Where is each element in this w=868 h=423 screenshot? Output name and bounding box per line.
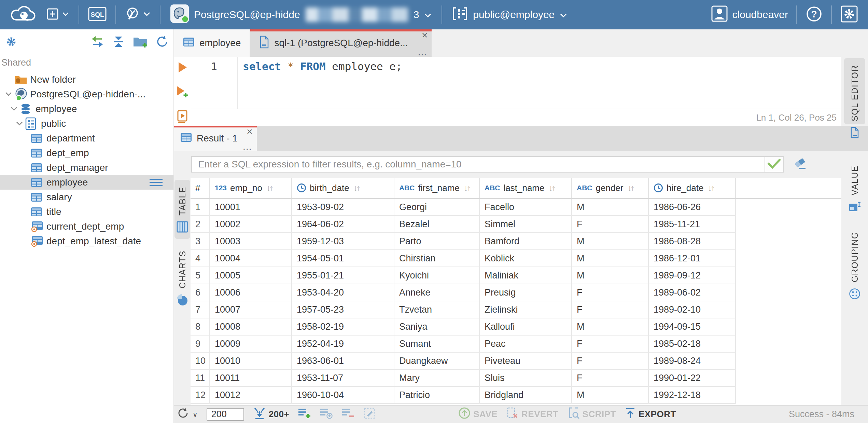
data-cell-hire_date[interactable]: 1986-06-26 (649, 199, 736, 216)
tree-item-employee[interactable]: employee (0, 101, 173, 116)
tab-sql-1[interactable]: sql-1 (PostgreSQL@ep-hidde... × … (250, 29, 432, 57)
data-cell-gender[interactable]: F (572, 353, 649, 370)
data-cell-emp_no[interactable]: 10009 (210, 336, 292, 353)
apply-filter-button[interactable] (765, 157, 783, 172)
data-cell-first_name[interactable]: Anneke (394, 284, 480, 301)
column-header-last_name[interactable]: ABClast_name↓↑ (480, 178, 572, 198)
sort-arrows-icon[interactable]: ↓↑ (266, 183, 272, 193)
data-cell-birth_date[interactable]: 1963-06-01 (292, 353, 394, 370)
add-row-button[interactable] (298, 407, 311, 421)
data-cell-birth_date[interactable]: 1960-10-04 (292, 387, 394, 404)
close-icon[interactable]: × (422, 30, 428, 40)
data-cell-emp_no[interactable]: 10002 (210, 216, 292, 233)
data-cell-first_name[interactable]: Saniya (394, 318, 480, 336)
data-cell-last_name[interactable]: Simmel (480, 216, 572, 233)
sql-editor-button[interactable]: SQL (83, 0, 112, 29)
data-cell-last_name[interactable]: Facello (480, 199, 572, 216)
script-button[interactable]: SCRIPT (568, 407, 616, 422)
data-cell-hire_date[interactable]: 1989-02-10 (649, 301, 736, 318)
collapse-all-button[interactable] (112, 36, 125, 49)
sort-arrows-icon[interactable]: ↓↑ (548, 183, 554, 193)
help-button[interactable]: ? (800, 0, 828, 29)
data-cell-hire_date[interactable]: 1986-08-28 (649, 233, 736, 250)
fetch-more-rows-button[interactable]: 200+ (253, 407, 290, 422)
data-cell-gender[interactable]: M (572, 233, 649, 250)
data-cell-last_name[interactable]: Zielinski (480, 301, 572, 318)
tree-item-new-folder[interactable]: New folder (0, 72, 173, 87)
tree-item-dept-emp[interactable]: dept_emp (0, 146, 173, 160)
data-cell-emp_no[interactable]: 10010 (210, 353, 292, 370)
column-header-gender[interactable]: ABCgender↓↑ (572, 178, 649, 198)
refresh-results-button[interactable]: ∨ (177, 408, 198, 421)
data-cell-birth_date[interactable]: 1958-02-19 (292, 318, 394, 336)
data-cell-first_name[interactable]: Tzvetan (394, 301, 480, 318)
tree-item-salary[interactable]: salary (0, 190, 173, 204)
data-cell-last_name[interactable]: Bridgland (480, 387, 572, 404)
data-cell-birth_date[interactable]: 1954-05-01 (292, 250, 394, 267)
data-cell-birth_date[interactable]: 1964-06-02 (292, 216, 394, 233)
data-cell-first_name[interactable]: Sumant (394, 336, 480, 353)
clear-filter-button[interactable] (793, 158, 807, 171)
data-cell-birth_date[interactable]: 1959-12-03 (292, 233, 394, 250)
data-cell-first_name[interactable]: Parto (394, 233, 480, 250)
tab-options-icon[interactable]: … (242, 142, 253, 151)
tree-item-title[interactable]: title (0, 204, 173, 219)
data-cell-emp_no[interactable]: 10011 (210, 370, 292, 387)
data-cell-gender[interactable]: M (572, 267, 649, 284)
tab-result-1[interactable]: Result - 1 × … (174, 126, 257, 151)
code-editor[interactable]: select * FROM employee e; (238, 57, 868, 109)
tree-item-dept-emp-latest-date[interactable]: dept_emp_latest_date (0, 234, 173, 248)
sidebar-settings-button[interactable] (5, 35, 18, 50)
user-menu[interactable]: cloudbeaver (706, 5, 793, 24)
data-cell-emp_no[interactable]: 10004 (210, 250, 292, 267)
data-cell-gender[interactable]: F (572, 216, 649, 233)
data-cell-emp_no[interactable]: 10006 (210, 284, 292, 301)
data-cell-birth_date[interactable]: 1955-01-21 (292, 267, 394, 284)
column-header-birth_date[interactable]: birth_date↓↑ (292, 178, 394, 198)
column-header-emp_no[interactable]: 123emp_no↓↑ (210, 178, 292, 198)
tab-grouping-panel[interactable]: GROUPING (844, 225, 865, 306)
data-cell-first_name[interactable]: Mary (394, 370, 480, 387)
sort-arrows-icon[interactable]: ↓↑ (627, 183, 633, 193)
row-limit-input[interactable] (207, 408, 244, 421)
chevron-down-icon[interactable] (3, 92, 14, 97)
data-cell-gender[interactable]: F (572, 301, 649, 318)
settings-button[interactable] (835, 0, 863, 29)
data-cell-emp_no[interactable]: 10005 (210, 267, 292, 284)
tree-item-current-dept-emp[interactable]: current_dept_emp (0, 219, 173, 234)
column-header-first_name[interactable]: ABCfirst_name↓↑ (394, 178, 480, 198)
refresh-tree-button[interactable] (156, 35, 169, 50)
item-menu-icon[interactable] (150, 178, 163, 189)
execute-query-button[interactable] (177, 62, 187, 74)
edit-mode-button[interactable] (364, 407, 376, 421)
tree-item-employee[interactable]: employee (0, 175, 173, 190)
data-cell-hire_date[interactable]: 1985-11-21 (649, 216, 736, 233)
sort-arrows-icon[interactable]: ↓↑ (353, 183, 359, 193)
tab-charts-view[interactable]: CHARTS (174, 244, 190, 312)
tree-item-dept-manager[interactable]: dept_manager (0, 160, 173, 175)
data-cell-gender[interactable]: M (572, 250, 649, 267)
data-cell-birth_date[interactable]: 1953-04-20 (292, 284, 394, 301)
data-cell-birth_date[interactable]: 1953-11-07 (292, 370, 394, 387)
tab-table-view[interactable]: TABLE (174, 180, 190, 239)
save-button[interactable]: SAVE (458, 407, 498, 422)
data-cell-gender[interactable]: F (572, 284, 649, 301)
tab-sql-editor-panel[interactable]: SQL EDITOR (844, 58, 865, 124)
delete-row-button[interactable] (342, 407, 355, 421)
tree-item-department[interactable]: department (0, 131, 173, 146)
data-cell-emp_no[interactable]: 10008 (210, 318, 292, 336)
data-cell-first_name[interactable]: Chirstian (394, 250, 480, 267)
data-cell-first_name[interactable]: Kyoichi (394, 267, 480, 284)
tab-options-icon[interactable]: … (417, 48, 428, 57)
data-cell-gender[interactable]: F (572, 370, 649, 387)
new-connection-button[interactable] (41, 0, 75, 29)
data-cell-gender[interactable]: M (572, 318, 649, 336)
data-cell-first_name[interactable]: Georgi (394, 199, 480, 216)
data-cell-hire_date[interactable]: 1990-01-22 (649, 370, 736, 387)
chevron-down-icon[interactable] (8, 106, 20, 112)
schema-selector[interactable]: public@employee (446, 0, 574, 29)
data-cell-hire_date[interactable]: 1992-12-18 (649, 387, 736, 404)
data-cell-hire_date[interactable]: 1989-06-02 (649, 284, 736, 301)
export-button[interactable]: EXPORT (625, 407, 676, 421)
data-cell-emp_no[interactable]: 10007 (210, 301, 292, 318)
